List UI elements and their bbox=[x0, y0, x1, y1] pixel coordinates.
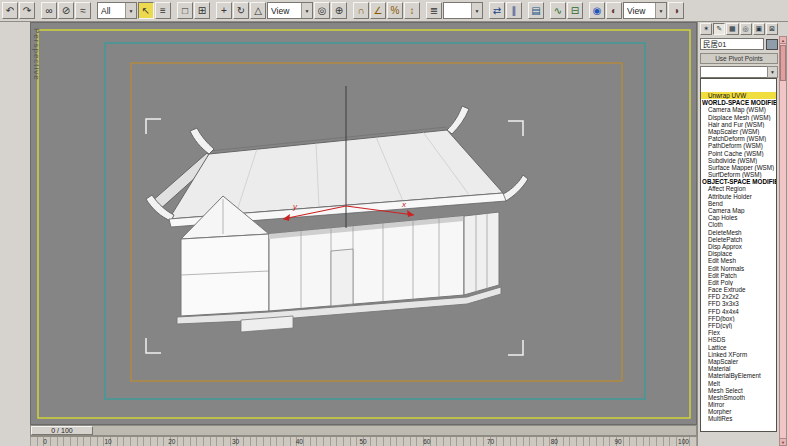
modifier-list-item[interactable]: Morpher bbox=[701, 408, 776, 415]
chevron-down-icon[interactable]: ▼ bbox=[125, 3, 136, 18]
modifier-list-item[interactable]: MapScaler bbox=[701, 358, 776, 365]
scroll-up-icon[interactable]: ▲ bbox=[780, 37, 786, 44]
bind-to-space-warp-icon[interactable]: ≈ bbox=[75, 2, 91, 19]
modifier-list-item[interactable]: Melt bbox=[701, 380, 776, 387]
timeline-ruler[interactable]: 0102030405060708090100 bbox=[30, 436, 697, 446]
percent-snap-icon[interactable]: % bbox=[387, 2, 403, 19]
scroll-down-icon[interactable]: ▼ bbox=[780, 438, 786, 445]
modifier-list-item[interactable]: Linked XForm bbox=[701, 351, 776, 358]
utilities-tab[interactable]: ⊠ bbox=[766, 23, 778, 35]
unlink-selection-icon[interactable]: ⊘ bbox=[58, 2, 74, 19]
modifier-list-item[interactable]: FFD 4x4x4 bbox=[701, 308, 776, 315]
modifier-list-item[interactable]: Cloth bbox=[701, 221, 776, 228]
house-model[interactable] bbox=[146, 106, 528, 332]
snap-toggle-icon[interactable]: ∩ bbox=[353, 2, 369, 19]
modifier-list-item[interactable]: MultiRes bbox=[701, 415, 776, 422]
modifier-list-item[interactable]: MaterialByElement bbox=[701, 372, 776, 379]
material-editor-icon[interactable]: ◉ bbox=[589, 2, 605, 19]
modifier-list-item[interactable]: Edit Normals bbox=[701, 265, 776, 272]
modifier-list-item[interactable]: DeleteMesh bbox=[701, 229, 776, 236]
use-pivot-points-button[interactable]: Use Pivot Points bbox=[700, 53, 778, 64]
modifier-list-item[interactable]: Camera Map (WSM) bbox=[701, 106, 776, 113]
modifier-list-item[interactable]: Disp Approx bbox=[701, 243, 776, 250]
modifier-combobox-field[interactable] bbox=[700, 66, 767, 78]
modifier-list-item[interactable]: Bend bbox=[701, 200, 776, 207]
modifier-list-item[interactable]: Surface Mapper (WSM) bbox=[701, 164, 776, 171]
rectangular-selection-region-icon[interactable]: □ bbox=[177, 2, 193, 19]
redo-icon[interactable]: ↷ bbox=[19, 2, 35, 19]
reference-coordinate-system-dropdown[interactable]: View▼ bbox=[267, 2, 313, 19]
schematic-view-icon[interactable]: ⊟ bbox=[567, 2, 583, 19]
perspective-viewport[interactable]: Perspective bbox=[30, 22, 697, 425]
display-tab[interactable]: ▣ bbox=[753, 23, 765, 35]
time-slider-track[interactable]: 0 / 100 bbox=[30, 425, 697, 436]
layer-manager-icon[interactable]: ▤ bbox=[528, 2, 544, 19]
quick-render-icon[interactable]: ◑ bbox=[668, 2, 684, 19]
scrollbar-thumb[interactable] bbox=[780, 45, 786, 81]
modifier-list-item[interactable]: Attribute Holder bbox=[701, 193, 776, 200]
modifier-list-item[interactable]: FFD 2x2x2 bbox=[701, 293, 776, 300]
angle-snap-icon[interactable]: ∠ bbox=[370, 2, 386, 19]
select-and-link-icon[interactable]: ∞ bbox=[41, 2, 57, 19]
modifier-list-item[interactable]: Subdivide (WSM) bbox=[701, 157, 776, 164]
modifier-list-item[interactable]: FFD(cyl) bbox=[701, 322, 776, 329]
modifier-list-combobox[interactable]: ▼ bbox=[700, 66, 778, 78]
modifier-list-item[interactable]: Affect Region bbox=[701, 185, 776, 192]
modifier-list-item[interactable]: Point Cache (WSM) bbox=[701, 150, 776, 157]
select-and-scale-icon[interactable]: △ bbox=[250, 2, 266, 19]
modifier-list-item[interactable]: Mirror bbox=[701, 401, 776, 408]
render-type-dropdown[interactable]: View▼ bbox=[623, 2, 667, 19]
modifier-list-item[interactable]: Edit Patch bbox=[701, 272, 776, 279]
select-and-rotate-icon[interactable]: ↻ bbox=[233, 2, 249, 19]
create-tab[interactable]: ✶ bbox=[700, 23, 712, 35]
modifier-list-item[interactable]: Hair and Fur (WSM) bbox=[701, 121, 776, 128]
time-slider-button[interactable]: 0 / 100 bbox=[31, 426, 93, 435]
modify-tab[interactable]: ✎ bbox=[713, 23, 725, 35]
modifier-list-item[interactable]: FFD(box) bbox=[701, 315, 776, 322]
chevron-down-icon[interactable]: ▼ bbox=[471, 3, 482, 18]
modifier-list-item[interactable]: Unwrap UVW bbox=[701, 92, 776, 99]
modifier-list-item[interactable]: MeshSmooth bbox=[701, 394, 776, 401]
undo-icon[interactable]: ↶ bbox=[2, 2, 18, 19]
select-and-move-icon[interactable]: + bbox=[216, 2, 232, 19]
panel-scrollbar[interactable]: ▲ ▼ bbox=[779, 36, 787, 446]
modifier-list-item[interactable]: MapScaler (WSM) bbox=[701, 128, 776, 135]
object-color-swatch[interactable] bbox=[766, 39, 778, 50]
modifier-list-item[interactable]: Edit Poly bbox=[701, 279, 776, 286]
motion-tab[interactable]: ◎ bbox=[740, 23, 752, 35]
modifier-list-item[interactable]: FFD 3x3x3 bbox=[701, 300, 776, 307]
modifier-list-item[interactable]: Face Extrude bbox=[701, 286, 776, 293]
modifier-list-item[interactable]: Displace bbox=[701, 250, 776, 257]
edit-named-selection-sets-icon[interactable]: ≣ bbox=[426, 2, 442, 19]
mirror-icon[interactable]: ⇄ bbox=[489, 2, 505, 19]
modifier-list-item[interactable]: Cap Holes bbox=[701, 214, 776, 221]
modifier-list-item[interactable]: Lattice bbox=[701, 344, 776, 351]
spinner-snap-icon[interactable]: ↕ bbox=[404, 2, 420, 19]
modifier-list-item[interactable]: Camera Map bbox=[701, 207, 776, 214]
object-name-field[interactable]: 民居01 bbox=[700, 38, 764, 50]
modifier-list-item[interactable]: DeletePatch bbox=[701, 236, 776, 243]
hierarchy-tab[interactable]: ▦ bbox=[726, 23, 738, 35]
modifier-list-item[interactable]: Edit Mesh bbox=[701, 257, 776, 264]
use-pivot-point-center-icon[interactable]: ◎ bbox=[314, 2, 330, 19]
modifier-list-item[interactable]: SurfDeform (WSM) bbox=[701, 171, 776, 178]
selection-filter-dropdown[interactable]: All▼ bbox=[97, 2, 137, 19]
named-selection-sets-dropdown[interactable]: ▼ bbox=[443, 2, 483, 19]
render-scene-icon[interactable]: ◐ bbox=[606, 2, 622, 19]
curve-editor-icon[interactable]: ∿ bbox=[550, 2, 566, 19]
select-by-name-icon[interactable]: ≡ bbox=[155, 2, 171, 19]
modifier-list-item[interactable]: PatchDeform (WSM) bbox=[701, 135, 776, 142]
modifier-list-item[interactable]: Material bbox=[701, 365, 776, 372]
modifier-list-item[interactable]: PathDeform (WSM) bbox=[701, 142, 776, 149]
chevron-down-icon[interactable]: ▼ bbox=[301, 3, 312, 18]
window-crossing-icon[interactable]: ⊞ bbox=[194, 2, 210, 19]
align-icon[interactable]: ∥ bbox=[506, 2, 522, 19]
modifier-list-item[interactable]: Displace Mesh (WSM) bbox=[701, 114, 776, 121]
modifier-list-item[interactable]: Mesh Select bbox=[701, 387, 776, 394]
chevron-down-icon[interactable]: ▼ bbox=[655, 3, 666, 18]
select-and-manipulate-icon[interactable]: ⊕ bbox=[331, 2, 347, 19]
chevron-down-icon[interactable]: ▼ bbox=[767, 66, 778, 78]
modifier-list-item[interactable]: HSDS bbox=[701, 336, 776, 343]
select-object-icon[interactable]: ↖ bbox=[138, 2, 154, 19]
modifier-list-item[interactable]: Flex bbox=[701, 329, 776, 336]
